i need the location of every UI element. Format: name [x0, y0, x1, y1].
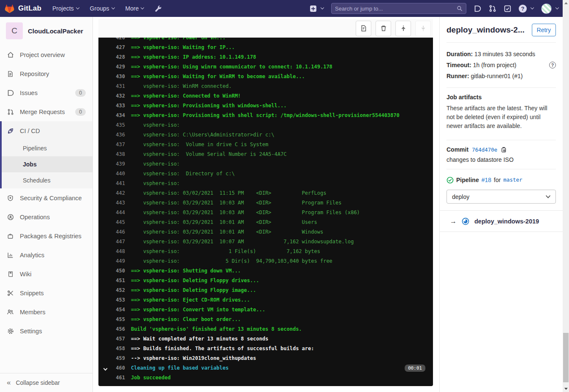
sidebar-item-snippets[interactable]: Snippets — [0, 283, 93, 302]
log-line: 426==> vsphere-iso: Power on VM... — [98, 38, 433, 43]
scrollbar-thumb[interactable] — [563, 333, 569, 382]
pipeline-job-item[interactable]: → deploy_windows-2019 — [440, 211, 563, 231]
build-log[interactable]: 426==> vsphere-iso: Power on VM...427==>… — [98, 38, 433, 386]
log-line: 439 vsphere-iso: — [98, 159, 433, 169]
scroll-to-top-button[interactable] — [395, 21, 411, 36]
log-line-number[interactable]: 438 — [102, 150, 125, 159]
page-scrollbar[interactable] — [563, 0, 569, 392]
log-line-number[interactable]: 443 — [102, 198, 125, 208]
sidebar-item-members[interactable]: Members — [0, 302, 93, 321]
search-input[interactable] — [335, 5, 457, 12]
log-line-number[interactable]: 448 — [102, 247, 125, 256]
user-avatar — [541, 3, 552, 14]
issues-icon[interactable] — [474, 5, 481, 12]
log-line-number[interactable]: 445 — [102, 218, 125, 227]
log-line: 451==> vsphere-iso: Deleting Floppy driv… — [98, 276, 433, 286]
log-line-text: vsphere-iso: 5 Dir(s) 94,790,103,040 byt… — [131, 258, 332, 264]
log-line-number[interactable]: 457 — [102, 334, 125, 344]
job-status-icon — [462, 218, 469, 225]
sidebar-item-security-compliance[interactable]: Security & Compliance — [0, 188, 93, 207]
arrow-down-icon — [420, 25, 427, 32]
pipeline-branch-link[interactable]: master — [503, 175, 522, 185]
commit-sha-link[interactable]: 764d470e — [472, 147, 497, 153]
log-line-number[interactable]: 431 — [102, 82, 125, 91]
log-line-number[interactable]: 455 — [102, 315, 125, 324]
scrollbar-up-arrow[interactable] — [563, 0, 569, 6]
log-line-text: ==> vsphere-iso: Waiting for WinRM to be… — [131, 74, 305, 79]
log-line-number[interactable]: 429 — [102, 62, 125, 72]
log-line-number[interactable]: 432 — [102, 91, 125, 101]
project-context[interactable]: C CloudLocalPacker — [0, 17, 93, 45]
nav-more[interactable]: More — [125, 5, 144, 12]
log-line-number[interactable]: 441 — [102, 179, 125, 188]
sidebar-item-analytics[interactable]: Analytics — [0, 245, 93, 264]
chevron-down-icon — [531, 6, 534, 9]
stage-dropdown[interactable]: deploy — [446, 190, 556, 204]
collapse-sidebar-button[interactable]: « Collapse sidebar — [0, 373, 93, 392]
timeout-help-icon[interactable]: ? — [549, 62, 556, 68]
sidebar-item-cicd[interactable]: CI / CD — [2, 121, 93, 140]
log-line-number[interactable]: 430 — [102, 72, 125, 82]
log-line-number[interactable]: 434 — [102, 111, 125, 120]
log-line-number[interactable]: 451 — [102, 276, 125, 286]
sidebar-item-operations[interactable]: Operations — [0, 207, 93, 226]
log-line-number[interactable]: 452 — [102, 286, 125, 295]
job-runner: Runner: gitlab-runner01 (#1) — [446, 71, 556, 82]
sidebar-item-merge-requests[interactable]: Merge Requests 0 — [0, 102, 93, 121]
log-line-number[interactable]: 447 — [102, 237, 125, 247]
pipeline-id-link[interactable]: #18 — [482, 175, 491, 185]
sidebar-item-jobs[interactable]: Jobs — [2, 156, 93, 172]
log-line-text: --> vsphere-iso: Win2019clone_withupdate… — [131, 355, 256, 361]
log-line-number[interactable]: 453 — [102, 295, 125, 305]
plus-square-icon — [310, 5, 317, 12]
log-line-number[interactable]: 435 — [102, 120, 125, 130]
sidebar-item-issues[interactable]: Issues 0 — [0, 83, 93, 102]
job-title: deploy_windows-2... — [446, 25, 525, 35]
log-line-number[interactable]: 426 — [102, 38, 125, 43]
log-line-number[interactable]: 427 — [102, 43, 125, 52]
merge-requests-icon[interactable] — [489, 5, 496, 12]
nav-groups[interactable]: Groups — [90, 5, 114, 12]
log-line-number[interactable]: 458 — [102, 344, 125, 354]
job-timeout: Timeout: 1h (from project) ? — [446, 60, 556, 71]
log-line-number[interactable]: 446 — [102, 227, 125, 237]
new-menu-button[interactable] — [310, 5, 324, 12]
help-menu-button[interactable]: ? — [519, 5, 534, 13]
erase-log-button[interactable] — [376, 21, 391, 36]
sidebar-item-settings[interactable]: Settings — [0, 321, 93, 340]
log-line-number[interactable]: 428 — [102, 52, 125, 62]
log-line-number[interactable]: 433 — [102, 101, 125, 111]
log-controls-toolbar — [98, 19, 433, 38]
log-line-number[interactable]: 439 — [102, 159, 125, 169]
nav-projects[interactable]: Projects — [52, 5, 79, 12]
log-line-number[interactable]: 461 — [102, 373, 125, 383]
log-line-number[interactable]: 450 — [102, 266, 125, 276]
sidebar-item-schedules[interactable]: Schedules — [2, 172, 93, 188]
log-line-number[interactable]: 436 — [102, 130, 125, 140]
sidebar-item-project-overview[interactable]: Project overview — [0, 45, 93, 64]
retry-button[interactable]: Retry — [532, 24, 556, 36]
copy-commit-icon[interactable] — [501, 147, 507, 153]
sidebar-item-packages-registries[interactable]: Packages & Registries — [0, 226, 93, 245]
todos-icon[interactable] — [504, 5, 511, 12]
show-raw-log-button[interactable] — [356, 21, 371, 36]
admin-area-button[interactable] — [155, 5, 162, 12]
log-line-number[interactable]: 444 — [102, 208, 125, 218]
log-line-number[interactable]: 442 — [102, 188, 125, 198]
log-line-number[interactable]: 456 — [102, 324, 125, 334]
global-search[interactable] — [331, 3, 466, 14]
log-line-number[interactable]: 440 — [102, 169, 125, 179]
scroll-to-bottom-button[interactable] — [415, 21, 431, 36]
sidebar-item-pipelines[interactable]: Pipelines — [2, 140, 93, 156]
gitlab-logo[interactable]: GitLab — [4, 3, 41, 14]
scrollbar-down-arrow[interactable] — [563, 386, 569, 392]
sidebar-item-wiki[interactable]: Wiki — [0, 264, 93, 283]
sidebar-item-repository[interactable]: Repository — [0, 64, 93, 83]
user-menu-button[interactable] — [541, 3, 558, 14]
log-line-number[interactable]: 459 — [102, 354, 125, 363]
log-line-number[interactable]: 449 — [102, 256, 125, 266]
log-line-number[interactable]: 454 — [102, 305, 125, 315]
log-line-number[interactable]: 437 — [102, 140, 125, 150]
log-line: 428==> vsphere-iso: IP address: 10.1.149… — [98, 52, 433, 62]
merge-requests-count-badge: 0 — [75, 108, 86, 116]
